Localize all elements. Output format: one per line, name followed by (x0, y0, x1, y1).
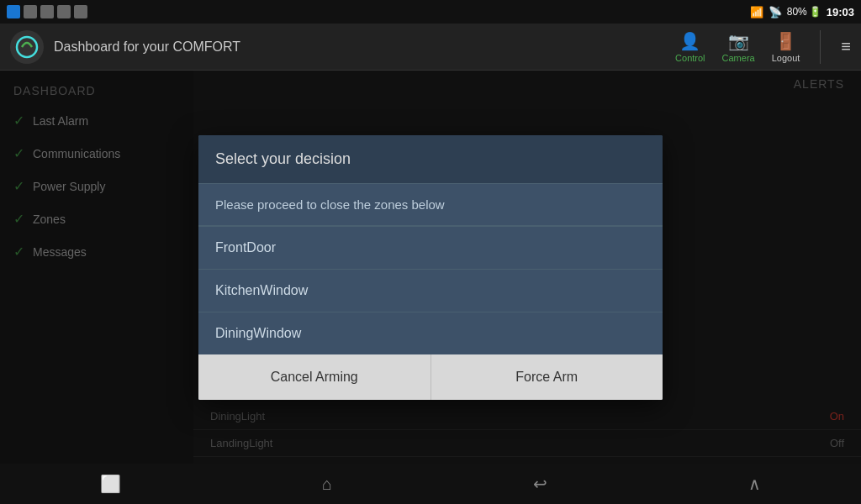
dialog-message: Please proceed to close the zones below (198, 184, 663, 226)
logout-icon: 🚪 (775, 31, 796, 51)
zone-item-front-door: FrontDoor (198, 227, 663, 270)
dialog-title: Select your decision (198, 135, 663, 184)
dialog-zones-list: FrontDoor KitchenWindow DiningWindow (198, 226, 663, 354)
force-arm-button[interactable]: Force Arm (431, 354, 663, 400)
battery-icon: 🔋 (809, 6, 821, 18)
battery-percent: 80% (787, 6, 807, 18)
nav-actions: 👤 Control 📷 Camera 🚪 Logout (675, 31, 800, 63)
nav-bar-left: Dashboard for your COMFORT (10, 30, 240, 64)
nav-recent-apps[interactable]: ⬜ (83, 467, 138, 501)
app-icon-2 (57, 5, 71, 18)
control-action[interactable]: 👤 Control (675, 31, 705, 63)
zone-name-kitchen-window: KitchenWindow (215, 283, 308, 297)
zone-name-dining-window: DiningWindow (215, 326, 301, 340)
dialog-buttons: Cancel Arming Force Arm (198, 354, 663, 400)
nav-up[interactable]: ∧ (732, 467, 778, 501)
skype-icon (7, 5, 20, 18)
control-label: Control (675, 53, 705, 63)
image-icon (40, 5, 54, 18)
zone-item-dining-window: DiningWindow (198, 312, 663, 354)
logout-action[interactable]: 🚪 Logout (772, 31, 800, 63)
menu-icon[interactable]: ≡ (841, 37, 851, 56)
decision-dialog: Select your decision Please proceed to c… (198, 135, 663, 400)
cancel-arming-button[interactable]: Cancel Arming (198, 354, 431, 400)
status-bar: 📶 📡 80% 🔋 19:03 (0, 0, 861, 24)
zone-item-kitchen-window: KitchenWindow (198, 270, 663, 312)
zone-name-front-door: FrontDoor (215, 240, 276, 255)
bottom-nav: ⬜ ⌂ ↩ ∧ (0, 464, 861, 504)
app-icon-1 (24, 5, 37, 18)
control-icon: 👤 (679, 31, 700, 51)
logout-label: Logout (772, 53, 800, 63)
camera-icon: 📷 (728, 31, 749, 51)
nav-bar-right: 👤 Control 📷 Camera 🚪 Logout ≡ (675, 30, 851, 64)
nav-divider (820, 30, 821, 64)
nav-home[interactable]: ⌂ (305, 468, 349, 501)
nav-back[interactable]: ↩ (516, 467, 564, 501)
app-logo (10, 30, 44, 64)
main-content: DASHBOARD ✓ Last Alarm ✓ Communications … (0, 71, 861, 464)
battery-indicator: 80% 🔋 (787, 6, 821, 18)
nav-bar: Dashboard for your COMFORT 👤 Control 📷 C… (0, 24, 861, 71)
status-icons (7, 5, 87, 18)
svg-point-0 (17, 37, 37, 57)
wifi-icon: 📶 (750, 6, 763, 18)
camera-label: Camera (722, 53, 755, 63)
time-display: 19:03 (827, 6, 854, 18)
modal-overlay: Select your decision Please proceed to c… (0, 71, 861, 464)
app-title: Dashboard for your COMFORT (54, 39, 240, 55)
camera-action[interactable]: 📷 Camera (722, 31, 755, 63)
signal-icon: 📡 (769, 6, 782, 18)
app-icon-3 (74, 5, 87, 18)
status-right: 📶 📡 80% 🔋 19:03 (750, 6, 854, 18)
